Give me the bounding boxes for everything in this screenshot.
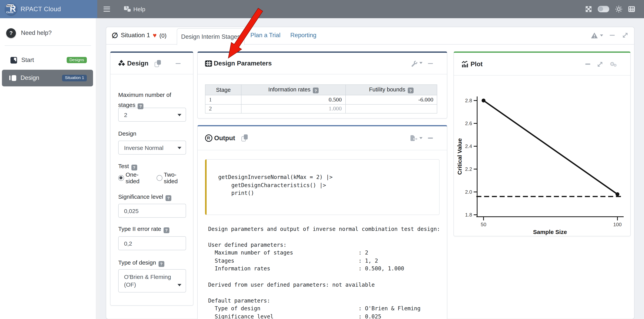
- help-button[interactable]: ? Help: [124, 6, 145, 12]
- one-sided-radio[interactable]: [118, 175, 124, 181]
- help-icon: ?: [124, 6, 130, 12]
- start-icon: [10, 57, 17, 63]
- select-caret-icon: [177, 284, 181, 288]
- copy-icon[interactable]: [155, 60, 161, 67]
- svg-text:100: 100: [613, 222, 622, 227]
- need-help-label: Need help?: [21, 29, 52, 36]
- help-badge[interactable]: ?: [313, 88, 318, 93]
- sidebar-divider: [5, 45, 91, 46]
- test-radio-group: One-sided Two-sided: [118, 171, 193, 184]
- design-parameters-title: Design Parameters: [214, 60, 272, 67]
- plot-header: Plot ⚙⚙: [454, 53, 630, 75]
- output-title: Output: [214, 134, 235, 142]
- design-parameters-table: Stage Information rates? Futility bounds…: [205, 84, 437, 113]
- two-sided-label[interactable]: Two-sided: [164, 171, 190, 184]
- design-collapse-button[interactable]: [176, 63, 180, 64]
- wrench-icon: [411, 60, 418, 67]
- tab-design-interim-stages[interactable]: Design Interim Stages: [177, 28, 244, 45]
- chevron-down-icon: [419, 137, 422, 141]
- svg-text:2.0: 2.0: [465, 189, 472, 195]
- heart-icon[interactable]: ♥: [153, 32, 156, 38]
- favorites-count: (0): [160, 32, 167, 38]
- two-sided-radio[interactable]: [156, 175, 162, 181]
- sidebar-item-need-help[interactable]: ? Need help?: [0, 25, 96, 41]
- help-label: Help: [133, 6, 145, 12]
- chevron-down-icon: [600, 34, 603, 38]
- r-code-block: getDesignInverseNormal(kMax = 2) |> getD…: [205, 159, 440, 215]
- file-export-icon: [410, 135, 418, 141]
- svg-text:2.4: 2.4: [465, 143, 472, 149]
- warning-icon: [591, 32, 598, 38]
- params-collapse-button[interactable]: [428, 63, 433, 64]
- type2-input[interactable]: [118, 236, 186, 250]
- sidebar-item-start[interactable]: Start Designs: [0, 53, 96, 67]
- display-settings-button[interactable]: [615, 5, 622, 13]
- table-icon: [205, 60, 212, 66]
- export-dropdown[interactable]: [410, 135, 422, 141]
- critical-value-chart: 2.82.62.42.22.01.850100Sample SizeCritic…: [454, 75, 631, 238]
- design-icon: [9, 75, 17, 81]
- type2-label: Type II error rate?: [118, 224, 186, 234]
- output-panel: R Output getDesignInverseNormal(kMax = 2…: [197, 125, 447, 319]
- fullscreen-button[interactable]: [585, 6, 592, 12]
- output-header: R Output: [198, 126, 447, 150]
- r-code: getDesignInverseNormal(kMax = 2) |> getD…: [206, 160, 439, 197]
- design-panel: Design 2 Maximum number of stages? Desig…: [110, 51, 193, 306]
- design-select-label: Design: [118, 129, 186, 139]
- svg-text:2.8: 2.8: [465, 98, 472, 103]
- max-stages-label-wrap: Maximum number of stages?: [118, 90, 186, 110]
- grid-icon: [628, 6, 635, 12]
- help-badge[interactable]: ?: [131, 164, 137, 170]
- question-circle-icon: ?: [6, 28, 16, 38]
- sidebar-item-design[interactable]: Design Situation 1: [2, 70, 93, 86]
- start-label: Start: [21, 56, 34, 63]
- theme-toggle[interactable]: [598, 6, 609, 12]
- table-row: 2 1.000: [205, 104, 437, 113]
- type-of-design-select[interactable]: O'Brien & Fleming (OF): [118, 269, 186, 293]
- help-badge[interactable]: ?: [138, 103, 144, 109]
- apps-grid-button[interactable]: [628, 6, 635, 12]
- menu-button[interactable]: [104, 6, 110, 12]
- col-futility-bounds: Futility bounds?: [345, 85, 437, 95]
- output-collapse-button[interactable]: [428, 137, 433, 138]
- test-label: Test?: [118, 161, 186, 171]
- app-logo: R PACT Cloud: [5, 3, 17, 15]
- tab-actions: [591, 27, 628, 44]
- sidebar-scrollbar[interactable]: [96, 18, 100, 319]
- help-badge[interactable]: ?: [164, 227, 170, 233]
- svg-text:50: 50: [481, 222, 486, 227]
- topbar: ? Help: [97, 0, 644, 18]
- sidebar-header: R PACT Cloud RPACT Cloud: [0, 0, 97, 18]
- help-badge[interactable]: ?: [408, 88, 414, 93]
- type-of-design-label: Type of design?: [118, 258, 186, 268]
- col-stage: Stage: [205, 85, 242, 95]
- plot-title: Plot: [470, 60, 482, 68]
- help-badge[interactable]: ?: [158, 261, 164, 267]
- plot-collapse-button[interactable]: [585, 63, 590, 64]
- minimize-button[interactable]: [610, 35, 615, 36]
- toggle-knob: [598, 6, 603, 11]
- plot-settings-button[interactable]: ⚙⚙: [610, 61, 617, 67]
- arrows-fullscreen-icon: [585, 6, 592, 12]
- design-select[interactable]: Inverse Normal: [118, 141, 186, 155]
- help-badge[interactable]: ?: [166, 195, 171, 201]
- plot-expand-button[interactable]: [597, 61, 603, 67]
- chevron-down-icon: [419, 62, 422, 65]
- situation-badge: Situation 1: [62, 75, 87, 81]
- tab-plan-a-trial[interactable]: Plan a Trial: [250, 27, 280, 44]
- significance-input[interactable]: [118, 204, 186, 218]
- app-viewport: ? Need help? Start Designs Design Situat…: [0, 0, 644, 319]
- svg-text:Critical Value: Critical Value: [456, 138, 463, 175]
- one-sided-label[interactable]: One-sided: [126, 171, 152, 184]
- settings-wrench-dropdown[interactable]: [411, 60, 422, 67]
- warnings-dropdown[interactable]: [591, 32, 603, 38]
- chart-icon: [461, 61, 468, 67]
- tab-situation[interactable]: ∅ Situation 1 ♥ (0): [112, 27, 166, 44]
- significance-label: Significance level?: [118, 192, 186, 202]
- tab-reporting[interactable]: Reporting: [290, 27, 316, 44]
- design-panel-header: Design: [110, 53, 193, 74]
- select-caret-icon: [177, 147, 181, 151]
- expand-button[interactable]: [622, 32, 628, 38]
- r-logo-icon: R: [205, 134, 212, 142]
- copy-icon[interactable]: [241, 134, 248, 141]
